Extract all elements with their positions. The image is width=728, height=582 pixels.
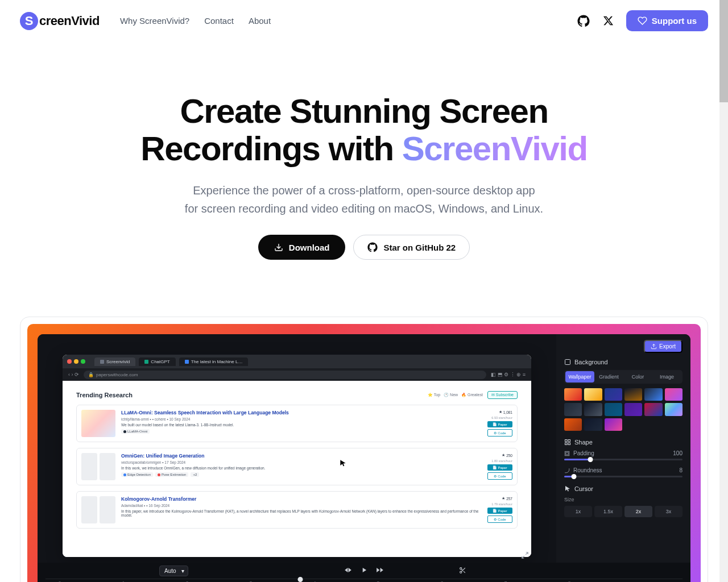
- nav-about[interactable]: About: [249, 16, 271, 26]
- url-field: 🔒paperswithcode.com: [84, 371, 486, 379]
- padding-label: Padding: [573, 450, 594, 456]
- paper-title: LLaMA-Omni: Seamless Speech Interaction …: [121, 410, 479, 415]
- paper-rate: 1.79 stars/hour: [491, 502, 512, 506]
- trending-heading: Trending Research: [76, 392, 133, 398]
- support-label: Support us: [652, 16, 697, 26]
- cursor-size-segmented[interactable]: 1x 1.5x 2x 3x: [564, 506, 682, 517]
- export-button[interactable]: Export: [644, 340, 682, 353]
- wallpaper-option[interactable]: [564, 418, 582, 431]
- paper-meta: ictnlp/llama-omni • • cohere • 10 Sep 20…: [121, 417, 479, 421]
- wallpaper-option[interactable]: [605, 388, 622, 401]
- svg-rect-3: [568, 440, 570, 442]
- wallpaper-option[interactable]: [584, 403, 602, 415]
- paper-btn: 📄 Paper: [487, 508, 512, 514]
- seg-15x[interactable]: 1.5x: [594, 506, 622, 517]
- wallpaper-option[interactable]: [605, 403, 622, 415]
- bg-type-tabs[interactable]: Wallpaper Gradient Color Image: [564, 370, 682, 384]
- screenshot-bg: Screenvivid ChatGPT The latest in Machin…: [27, 324, 701, 582]
- wallpaper-option[interactable]: [644, 403, 662, 415]
- wallpaper-option[interactable]: [665, 403, 682, 415]
- bg-tab-image[interactable]: Image: [652, 371, 681, 383]
- forward-icon[interactable]: [376, 566, 384, 575]
- download-label: Download: [289, 243, 330, 252]
- browser-tabbar: Screenvivid ChatGPT The latest in Machin…: [63, 355, 531, 368]
- download-button[interactable]: Download: [258, 235, 346, 260]
- paper-desc: In this work, we introduce OmniGen, a ne…: [121, 466, 479, 470]
- wallpaper-option[interactable]: [665, 388, 682, 401]
- size-label: Size: [564, 497, 682, 502]
- github-icon[interactable]: [576, 14, 591, 28]
- playhead[interactable]: [298, 577, 303, 582]
- paper-card: Kolmogorov-Arnold Transformer Adamdad/ka…: [76, 491, 518, 529]
- paper-meta: vectorspacelab/omnigen • 17 Sep 2024: [121, 460, 479, 464]
- svg-rect-4: [568, 443, 570, 445]
- bg-tab-color[interactable]: Color: [623, 371, 652, 383]
- logo[interactable]: S creenVivid: [20, 12, 100, 30]
- recorded-browser: Screenvivid ChatGPT The latest in Machin…: [63, 355, 531, 557]
- play-icon[interactable]: [360, 566, 368, 575]
- roundness-slider[interactable]: [564, 476, 682, 477]
- paper-desc: We built our model based on the latest L…: [121, 423, 479, 427]
- roundness-label: Roundness: [573, 467, 602, 473]
- hero-title-accent: ScreenVivid: [402, 130, 588, 168]
- roundness-value: 8: [679, 467, 682, 473]
- seg-3x[interactable]: 3x: [655, 506, 682, 517]
- paper-thumbnail: [81, 453, 97, 480]
- paper-meta: Adamdad/kat • • 16 Sep 2024: [121, 504, 479, 508]
- rewind-icon[interactable]: [344, 566, 352, 575]
- upload-icon: [651, 343, 657, 350]
- svg-rect-2: [565, 440, 568, 442]
- timeline: Auto ▾ 0 1 2 3 4 5 6 7: [38, 563, 690, 582]
- svg-rect-7: [566, 452, 568, 455]
- paper-thumbnail: [100, 453, 115, 480]
- traffic-max-icon: [81, 359, 85, 364]
- svg-line-12: [461, 569, 462, 570]
- toolbar-icons: ◧ ⬒ ⚙ ⋮ ⊕ ≡: [491, 372, 526, 377]
- star-label: Star on GitHub 22: [383, 243, 456, 252]
- svg-line-11: [464, 571, 465, 572]
- speed-select[interactable]: Auto ▾: [159, 566, 188, 576]
- seg-2x[interactable]: 2x: [624, 506, 652, 517]
- paper-title: Kolmogorov-Arnold Transformer: [121, 496, 479, 502]
- padding-slider[interactable]: [564, 459, 682, 460]
- wallpaper-option[interactable]: [584, 418, 602, 431]
- paper-btn: 📄 Paper: [487, 464, 512, 471]
- wallpaper-option[interactable]: [624, 388, 642, 401]
- wallpaper-option[interactable]: [564, 388, 582, 401]
- scrollbar[interactable]: [719, 0, 728, 582]
- wallpaper-option[interactable]: [624, 403, 642, 415]
- timeline-ruler[interactable]: 0 1 2 3 4 5 6 7 8: [46, 579, 682, 582]
- svg-rect-1: [565, 360, 570, 365]
- paper-btn: ⚙ Code: [487, 429, 512, 436]
- browser-tab: The latest in Machine L…: [179, 357, 249, 366]
- hero: Create Stunning Screen Recordings with S…: [20, 41, 708, 282]
- padding-value: 100: [673, 450, 682, 456]
- main-nav: Why ScreenVivid? Contact About: [120, 16, 271, 26]
- star-github-button[interactable]: Star on GitHub 22: [353, 235, 470, 260]
- github-icon: [367, 242, 378, 252]
- support-button[interactable]: Support us: [626, 10, 708, 31]
- wallpaper-option[interactable]: [564, 403, 582, 415]
- paper-thumbnail: [81, 410, 115, 437]
- wallpaper-option[interactable]: [644, 388, 662, 401]
- nav-why[interactable]: Why ScreenVivid?: [120, 16, 189, 26]
- svg-rect-6: [565, 451, 569, 456]
- cursor-icon: [339, 459, 347, 467]
- scroll-thumb[interactable]: [719, 0, 728, 102]
- paper-card: OmniGen: Unified Image Generation vector…: [76, 448, 518, 485]
- frame-icon: [564, 359, 571, 365]
- bg-tab-wallpaper[interactable]: Wallpaper: [565, 371, 594, 383]
- x-icon[interactable]: [601, 14, 616, 28]
- section-background: Background: [564, 359, 682, 365]
- paper-btn: ⚙ Code: [487, 516, 512, 523]
- scissors-icon[interactable]: [459, 567, 466, 575]
- wallpaper-option[interactable]: [605, 418, 622, 431]
- hero-title: Create Stunning Screen Recordings with S…: [20, 93, 708, 168]
- seg-1x[interactable]: 1x: [564, 506, 592, 517]
- bg-tab-gradient[interactable]: Gradient: [594, 371, 623, 383]
- nav-contact[interactable]: Contact: [204, 16, 234, 26]
- paper-btn: 📄 Paper: [487, 421, 512, 427]
- cursor-icon: [564, 485, 571, 492]
- wallpaper-option[interactable]: [584, 388, 602, 401]
- paper-thumbnail: [81, 496, 97, 523]
